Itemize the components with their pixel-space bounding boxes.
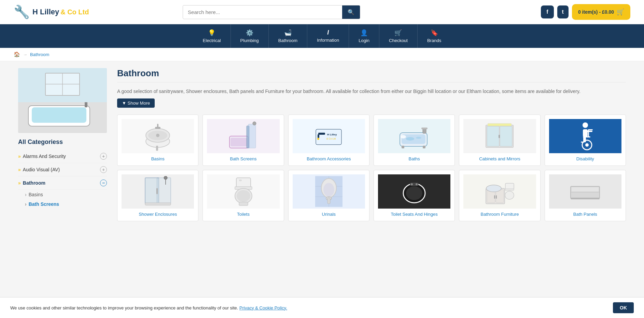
product-card-basins[interactable]: Basins	[117, 115, 198, 166]
sidebar-sub-bathscreens[interactable]: › Bath Screens	[25, 199, 107, 209]
product-img-disability	[549, 119, 621, 153]
svg-point-42	[583, 122, 588, 128]
nav-checkout-label: Checkout	[389, 38, 408, 43]
nav-bathroom[interactable]: 🛁 Bathroom	[269, 24, 307, 48]
svg-rect-18	[230, 138, 247, 146]
logo-sub: & Co Ltd	[60, 8, 89, 16]
svg-rect-86	[505, 189, 514, 190]
svg-point-73	[406, 186, 422, 200]
search-bar: 🔍	[183, 5, 360, 19]
search-button[interactable]: 🔍	[342, 5, 360, 19]
av-plus-icon: +	[100, 166, 107, 173]
svg-rect-40	[500, 126, 512, 146]
nav-electrical[interactable]: 💡 Electrical	[193, 24, 231, 48]
breadcrumb: 🏠 → Bathroom	[0, 48, 644, 61]
show-more-button[interactable]: ▼ Show More	[117, 98, 155, 108]
svg-point-13	[156, 134, 159, 137]
product-img-bathroom-furniture	[463, 174, 536, 209]
svg-rect-38	[488, 123, 512, 126]
sidebar-item-bathroom[interactable]: » Bathroom −	[18, 176, 107, 190]
product-card-baths[interactable]: Baths	[374, 115, 455, 166]
svg-rect-82	[496, 195, 497, 199]
svg-rect-23	[318, 133, 325, 135]
product-card-urinals[interactable]: Urinals	[288, 170, 369, 221]
product-grid-row1: Basins Bath Screens	[117, 115, 626, 166]
nav-information[interactable]: I Information	[307, 24, 349, 48]
breadcrumb-home[interactable]: 🏠	[14, 51, 20, 57]
product-img-bath-panels	[549, 174, 621, 209]
content-wrapper: All Categoriess » Alarms And Security + …	[4, 61, 640, 242]
svg-rect-41	[499, 135, 500, 138]
product-label-cabinets-mirrors: Cabinets and Mirrors	[479, 156, 520, 161]
svg-point-36	[401, 135, 406, 138]
logo-text: H Lilley & Co Ltd	[32, 8, 89, 16]
nav-checkout[interactable]: 🛒 Checkout	[379, 24, 418, 48]
svg-point-69	[323, 183, 334, 197]
nav-login-label: Login	[359, 38, 369, 43]
svg-text:H Lilley: H Lilley	[327, 133, 337, 136]
av-chevron-icon: »	[18, 167, 21, 172]
header: 🔧 H Lilley & Co Ltd 🔍 f t 0 item(s) - £0…	[0, 0, 644, 24]
svg-rect-33	[421, 128, 428, 129]
sidebar-basins-label: Basins	[29, 192, 43, 197]
breadcrumb-current: Bathroom	[30, 52, 49, 57]
alarms-chevron-icon: »	[18, 154, 21, 159]
sidebar-sub-basins[interactable]: › Basins	[25, 190, 107, 199]
product-img-urinals	[293, 174, 365, 209]
product-card-toilet-seats[interactable]: Toilet Seats And Hinges	[374, 170, 455, 221]
product-label-basins: Basins	[151, 156, 165, 161]
bathscreens-sub-arrow-icon: ›	[25, 201, 27, 207]
product-card-shower-enclosures[interactable]: Shower Enclosures	[117, 170, 198, 221]
product-card-bath-panels[interactable]: Bath Panels	[545, 170, 626, 221]
nav-login[interactable]: 👤 Login	[349, 24, 379, 48]
svg-rect-55	[145, 203, 171, 205]
product-label-bath-screens: Bath Screens	[230, 156, 256, 161]
nav-plumbing[interactable]: ⚙️ Plumbing	[231, 24, 269, 48]
svg-rect-24	[318, 134, 319, 138]
product-label-bath-panels: Bath Panels	[573, 212, 597, 217]
svg-rect-35	[423, 146, 425, 148]
product-label-disability: Disability	[576, 156, 594, 161]
product-card-toilets[interactable]: Toilets	[202, 170, 284, 221]
nav-brands-label: Brands	[427, 38, 441, 43]
nav-electrical-label: Electrical	[203, 38, 221, 43]
product-label-bathroom-accessories: Bathroom Accessories	[307, 156, 351, 161]
product-label-bathroom-furniture: Bathroom Furniture	[480, 212, 519, 217]
facebook-button[interactable]: f	[541, 5, 554, 18]
product-card-bathroom-furniture[interactable]: Bathroom Furniture	[459, 170, 540, 221]
svg-rect-88	[572, 187, 599, 191]
product-img-toilet-seats	[378, 174, 450, 209]
sidebar-bathroom-label: Bathroom	[23, 180, 45, 186]
sidebar: All Categoriess » Alarms And Security + …	[18, 68, 107, 221]
svg-point-56	[164, 176, 167, 180]
svg-rect-63	[239, 202, 248, 206]
product-img-baths	[378, 119, 450, 153]
svg-rect-84	[505, 183, 514, 189]
svg-rect-20	[248, 124, 256, 148]
svg-point-62	[237, 190, 250, 202]
svg-rect-22	[316, 129, 341, 145]
svg-rect-43	[583, 129, 588, 137]
sidebar-item-av[interactable]: » Audio Visual (AV) +	[18, 163, 107, 176]
breadcrumb-separator: →	[23, 52, 27, 57]
product-img-bathroom-accessories: H Lilley & Co Ltd	[293, 119, 365, 153]
svg-point-76	[411, 183, 413, 185]
product-label-shower-enclosures: Shower Enclosures	[139, 212, 177, 217]
product-card-cabinets-mirrors[interactable]: Cabinets and Mirrors	[459, 115, 540, 166]
svg-text:& Co Ltd: & Co Ltd	[326, 137, 336, 140]
login-icon: 👤	[360, 29, 368, 37]
product-label-toilets: Toilets	[237, 212, 250, 217]
nav-information-label: Information	[317, 38, 339, 43]
product-card-disability[interactable]: Disability	[545, 115, 626, 166]
product-card-bathroom-accessories[interactable]: H Lilley & Co Ltd Bathroom Accessories	[288, 115, 369, 166]
cart-button[interactable]: 0 item(s) - £0.00 🛒	[572, 4, 630, 20]
svg-rect-58	[236, 178, 251, 187]
product-grid-row2: Shower Enclosures	[117, 170, 626, 221]
nav-brands[interactable]: 🔖 Brands	[418, 24, 451, 48]
twitter-button[interactable]: t	[557, 5, 569, 18]
sidebar-item-alarms[interactable]: » Alarms And Security +	[18, 150, 107, 163]
sidebar-submenu: › Basins › Bath Screens	[18, 190, 107, 209]
product-label-toilet-seats: Toilet Seats And Hinges	[391, 212, 438, 217]
search-input[interactable]	[183, 6, 342, 18]
product-card-bath-screens[interactable]: Bath Screens	[202, 115, 284, 166]
